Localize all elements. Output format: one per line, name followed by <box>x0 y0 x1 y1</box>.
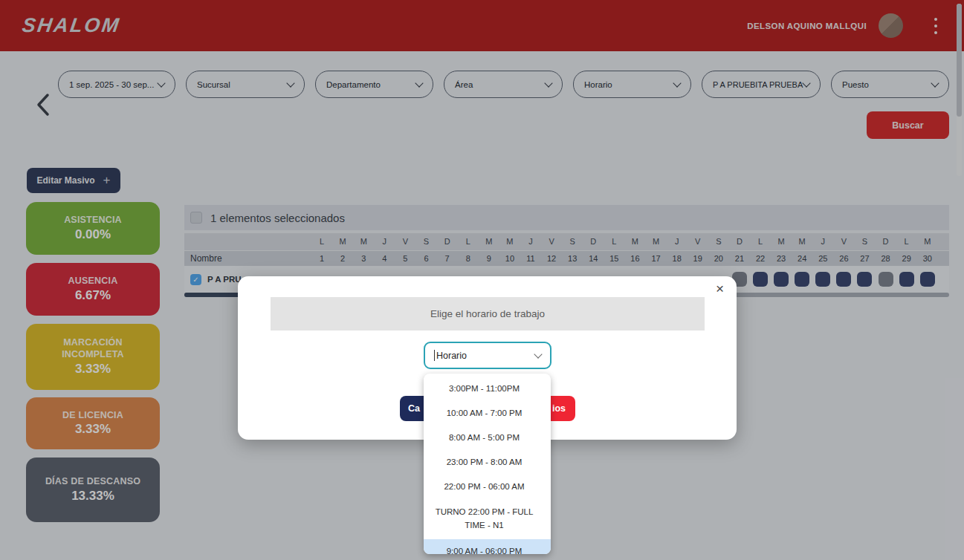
horario-options-panel: 3:00PM - 11:00PM 10:00 AM - 7:00 PM 8:00… <box>424 374 551 554</box>
close-icon[interactable]: × <box>716 281 724 296</box>
horario-option-label: 8:00 AM - 5:00 PM <box>449 432 520 445</box>
horario-option[interactable]: 23:00 PM - 8:00 AM <box>424 450 551 475</box>
horario-option[interactable]: 22:00 PM - 06:00 AM <box>424 475 551 499</box>
horario-option[interactable]: 10:00 AM - 7:00 PM <box>424 401 551 426</box>
horario-select[interactable]: Horario <box>424 342 551 369</box>
horario-option[interactable]: 3:00PM - 11:00PM <box>424 377 551 401</box>
chevron-down-icon <box>534 350 542 358</box>
horario-option-label: 3:00PM - 11:00PM <box>449 382 520 396</box>
horario-option-label: 23:00 PM - 8:00 AM <box>447 456 523 469</box>
horario-option-label: 10:00 AM - 7:00 PM <box>447 407 523 420</box>
horario-select-value: Horario <box>436 351 467 361</box>
modal-prompt: Elige el horario de trabajo <box>271 297 705 331</box>
horario-option-label: 9:00 AM - 06:00 PM <box>447 545 523 554</box>
text-cursor <box>434 350 435 361</box>
horario-option-label: TURNO 22:00 PM - FULL TIME - N1 <box>431 506 537 533</box>
horario-option-label: 22:00 PM - 06:00 AM <box>444 481 524 494</box>
horario-option[interactable]: TURNO 22:00 PM - FULL TIME - N1 <box>424 499 551 539</box>
horario-option[interactable]: 9:00 AM - 06:00 PM <box>424 539 551 554</box>
app-root: SHALOM DELSON AQUINO MALLQUI 1 sep. 2025… <box>0 0 964 560</box>
horario-option[interactable]: 8:00 AM - 5:00 PM <box>424 426 551 450</box>
